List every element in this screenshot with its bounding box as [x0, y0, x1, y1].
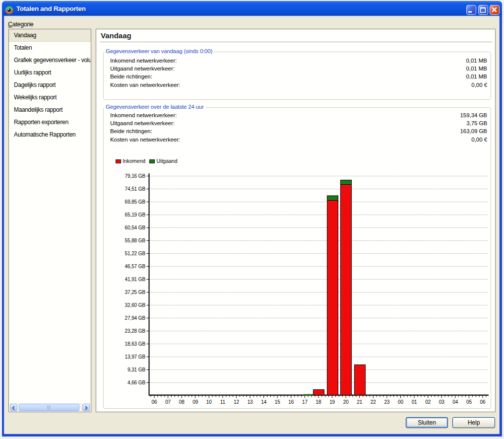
- svg-text:51,22 GB: 51,22 GB: [125, 251, 146, 256]
- svg-text:79,16 GB: 79,16 GB: [125, 173, 146, 179]
- svg-text:37,25 GB: 37,25 GB: [125, 290, 146, 295]
- svg-text:4,66 GB: 4,66 GB: [127, 380, 145, 385]
- svg-text:05: 05: [466, 399, 472, 405]
- svg-text:13,97 GB: 13,97 GB: [125, 354, 146, 360]
- svg-text:09: 09: [192, 399, 198, 405]
- svg-text:03: 03: [439, 399, 444, 405]
- svg-text:18: 18: [316, 399, 321, 405]
- svg-text:20: 20: [343, 399, 349, 405]
- svg-text:69,85 GB: 69,85 GB: [125, 199, 146, 205]
- svg-text:74,51 GB: 74,51 GB: [125, 186, 146, 192]
- svg-text:65,19 GB: 65,19 GB: [125, 212, 146, 218]
- svg-text:41,91 GB: 41,91 GB: [125, 277, 146, 282]
- svg-text:00: 00: [398, 399, 403, 405]
- svg-text:22: 22: [371, 399, 376, 405]
- svg-text:32,60 GB: 32,60 GB: [125, 302, 146, 308]
- svg-text:9,31 GB: 9,31 GB: [127, 367, 145, 372]
- svg-text:15: 15: [275, 399, 280, 405]
- svg-text:02: 02: [425, 399, 431, 405]
- svg-text:08: 08: [179, 399, 185, 405]
- svg-text:23,28 GB: 23,28 GB: [125, 328, 146, 334]
- svg-text:06: 06: [152, 399, 157, 405]
- svg-text:17: 17: [302, 399, 308, 405]
- svg-text:07: 07: [165, 399, 171, 405]
- svg-text:21: 21: [357, 399, 362, 405]
- svg-text:55,88 GB: 55,88 GB: [125, 238, 146, 243]
- svg-text:18,63 GB: 18,63 GB: [125, 341, 146, 347]
- svg-text:19: 19: [329, 399, 335, 405]
- svg-text:12: 12: [234, 399, 239, 405]
- svg-text:27,94 GB: 27,94 GB: [125, 315, 146, 321]
- svg-text:14: 14: [261, 399, 266, 405]
- svg-text:23: 23: [384, 399, 389, 405]
- svg-text:11: 11: [220, 399, 226, 405]
- svg-text:13: 13: [248, 399, 253, 405]
- svg-text:16: 16: [288, 399, 294, 405]
- svg-text:04: 04: [452, 399, 458, 405]
- svg-text:60,54 GB: 60,54 GB: [125, 225, 146, 230]
- svg-text:06: 06: [480, 399, 486, 405]
- svg-text:10: 10: [206, 399, 212, 405]
- svg-text:46,57 GB: 46,57 GB: [125, 264, 146, 269]
- svg-text:01: 01: [412, 399, 417, 405]
